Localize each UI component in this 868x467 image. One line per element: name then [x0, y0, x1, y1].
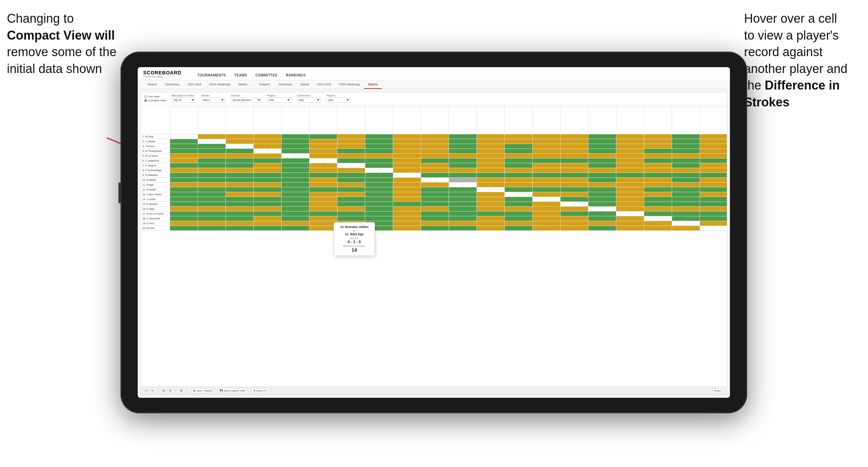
cell-19-20[interactable]	[700, 221, 727, 226]
cell-20-6[interactable]	[310, 226, 337, 231]
cell-2-1[interactable]	[170, 139, 198, 144]
cell-17-20[interactable]	[700, 211, 727, 216]
division-select[interactable]: NCAA Division I	[231, 97, 262, 103]
cell-18-2[interactable]	[198, 216, 226, 221]
cell-17-2[interactable]	[198, 211, 226, 216]
cell-10-18[interactable]	[644, 178, 672, 183]
cell-13-4[interactable]	[254, 192, 282, 197]
cell-4-2[interactable]	[198, 149, 226, 154]
cell-6-13[interactable]	[505, 158, 533, 163]
cell-10-16[interactable]	[588, 178, 616, 183]
cell-14-4[interactable]	[254, 197, 282, 202]
cell-20-17[interactable]	[616, 226, 644, 231]
cell-17-10[interactable]	[421, 211, 449, 216]
cell-4-7[interactable]	[337, 149, 365, 154]
cell-6-4[interactable]	[254, 158, 282, 163]
cell-14-6[interactable]	[310, 197, 337, 202]
cell-14-2[interactable]	[198, 197, 226, 202]
cell-1-13[interactable]	[505, 134, 533, 139]
cell-6-3[interactable]	[226, 158, 254, 163]
cell-4-5[interactable]	[282, 149, 310, 154]
cell-4-13[interactable]	[505, 149, 533, 154]
cell-16-7[interactable]	[337, 207, 365, 211]
cell-6-11[interactable]	[449, 158, 477, 163]
cell-8-17[interactable]	[616, 168, 644, 173]
cell-13-20[interactable]	[700, 192, 727, 197]
cell-11-10[interactable]	[421, 183, 449, 187]
cell-1-2[interactable]	[198, 134, 226, 139]
cell-5-1[interactable]	[170, 154, 198, 158]
cell-3-2[interactable]	[198, 144, 226, 149]
cell-4-12[interactable]	[477, 149, 505, 154]
cell-11-11[interactable]	[449, 183, 477, 187]
cell-7-10[interactable]	[421, 163, 449, 168]
cell-3-18[interactable]	[644, 144, 672, 149]
cell-3-14[interactable]	[533, 144, 561, 149]
cell-15-3[interactable]	[226, 202, 254, 207]
cell-11-16[interactable]	[588, 183, 616, 187]
cell-2-14[interactable]	[533, 139, 561, 144]
cell-1-20[interactable]	[700, 134, 727, 139]
cell-5-8[interactable]	[365, 154, 393, 158]
cell-6-17[interactable]	[616, 158, 644, 163]
cell-18-1[interactable]	[170, 216, 198, 221]
cell-15-15[interactable]	[561, 202, 588, 207]
cell-11-3[interactable]	[226, 183, 254, 187]
cell-9-12[interactable]	[477, 173, 505, 178]
cell-20-14[interactable]	[533, 226, 561, 231]
cell-20-20[interactable]	[700, 226, 727, 231]
cell-9-18[interactable]	[644, 173, 672, 178]
cell-15-18[interactable]	[644, 202, 672, 207]
cell-6-20[interactable]	[700, 158, 727, 163]
cell-9-14[interactable]	[533, 173, 561, 178]
cell-15-20[interactable]	[700, 202, 727, 207]
tab-players-h2hgrid[interactable]: H2H Grid	[313, 80, 335, 89]
cell-18-7[interactable]	[337, 216, 365, 221]
cell-18-18[interactable]	[644, 216, 672, 221]
cell-14-7[interactable]	[337, 197, 365, 202]
cell-8-16[interactable]	[588, 168, 616, 173]
cell-4-16[interactable]	[588, 149, 616, 154]
cell-16-9[interactable]	[393, 207, 421, 211]
cell-2-3[interactable]	[226, 139, 254, 144]
cell-16-2[interactable]	[198, 207, 226, 211]
cell-11-5[interactable]	[282, 183, 310, 187]
cell-18-10[interactable]	[421, 216, 449, 221]
nav-teams[interactable]: TEAMS	[233, 72, 248, 80]
cell-6-2[interactable]	[198, 158, 226, 163]
cell-13-14[interactable]	[533, 192, 561, 197]
cell-7-17[interactable]	[616, 163, 644, 168]
cell-2-20[interactable]	[700, 139, 727, 144]
cell-16-6[interactable]	[310, 207, 337, 211]
cell-7-6[interactable]	[310, 163, 337, 168]
cell-18-20[interactable]	[700, 216, 727, 221]
cell-12-17[interactable]	[616, 187, 644, 192]
cell-8-4[interactable]	[254, 168, 282, 173]
cell-1-1[interactable]	[170, 134, 198, 139]
watch-btn[interactable]: 👁 Watch ▾	[251, 388, 268, 393]
cell-6-15[interactable]	[561, 158, 588, 163]
cell-8-7[interactable]	[337, 168, 365, 173]
cell-10-15[interactable]	[561, 178, 588, 183]
radio-compact-view[interactable]: Compact View	[144, 99, 166, 102]
cell-7-7[interactable]	[337, 163, 365, 168]
cell-13-16[interactable]	[588, 192, 616, 197]
gender-select[interactable]: Men's	[201, 97, 225, 103]
cell-2-5[interactable]	[282, 139, 310, 144]
cell-5-13[interactable]	[505, 154, 533, 158]
cell-18-14[interactable]	[533, 216, 561, 221]
cell-20-12[interactable]	[477, 226, 505, 231]
tab-teams[interactable]: Teams	[143, 80, 161, 89]
cell-18-15[interactable]	[561, 216, 588, 221]
cell-8-20[interactable]	[700, 168, 727, 173]
settings-icon[interactable]: ⚙	[180, 389, 182, 392]
cell-10-1[interactable]	[170, 178, 198, 183]
cell-17-17[interactable]	[616, 211, 644, 216]
cell-6-6[interactable]	[310, 158, 337, 163]
cell-2-17[interactable]	[616, 139, 644, 144]
cell-5-17[interactable]	[616, 154, 644, 158]
cell-16-15[interactable]	[561, 207, 588, 211]
cell-5-14[interactable]	[533, 154, 561, 158]
cell-4-6[interactable]	[310, 149, 337, 154]
cell-7-3[interactable]	[226, 163, 254, 168]
